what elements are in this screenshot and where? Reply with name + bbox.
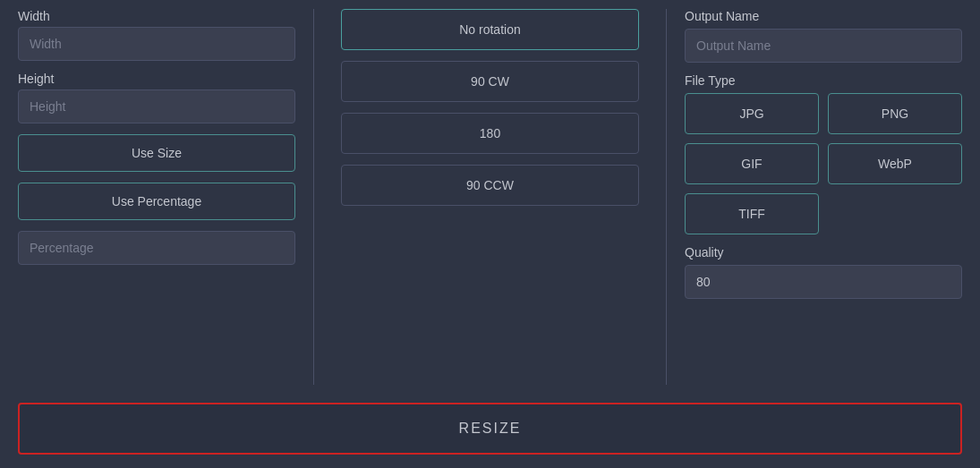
width-section: Width xyxy=(18,9,295,61)
left-column: Width Height Use Size Use Percentage xyxy=(18,9,295,385)
center-column: No rotation 90 CW 180 90 CCW xyxy=(313,9,667,385)
use-percentage-button[interactable]: Use Percentage xyxy=(18,183,295,220)
rotation-180-button[interactable]: 180 xyxy=(341,113,639,154)
output-name-label: Output Name xyxy=(685,9,962,23)
width-label: Width xyxy=(18,9,295,23)
height-label: Height xyxy=(18,72,295,86)
quality-label: Quality xyxy=(685,245,962,260)
rotation-90ccw-button[interactable]: 90 CCW xyxy=(341,165,639,206)
width-input[interactable] xyxy=(18,27,295,61)
file-type-webp-button[interactable]: WebP xyxy=(828,143,962,184)
quality-section: Quality xyxy=(685,245,962,299)
file-type-grid: JPG PNG GIF WebP TIFF xyxy=(685,93,962,234)
right-column: Output Name File Type JPG PNG GIF WebP T… xyxy=(685,9,962,385)
file-type-section: File Type JPG PNG GIF WebP TIFF xyxy=(685,73,962,234)
file-type-png-button[interactable]: PNG xyxy=(828,93,962,134)
file-type-gif-button[interactable]: GIF xyxy=(685,143,819,184)
height-input[interactable] xyxy=(18,89,295,123)
quality-input[interactable] xyxy=(685,265,962,299)
use-size-button[interactable]: Use Size xyxy=(18,134,295,172)
output-name-section: Output Name xyxy=(685,9,962,63)
rotation-90cw-button[interactable]: 90 CW xyxy=(341,61,639,102)
percentage-input[interactable] xyxy=(18,231,295,265)
resize-bar-container: RESIZE xyxy=(0,394,980,468)
output-name-input[interactable] xyxy=(685,29,962,63)
resize-button[interactable]: RESIZE xyxy=(18,403,962,455)
file-type-tiff-button[interactable]: TIFF xyxy=(685,193,819,234)
file-type-label: File Type xyxy=(685,73,962,88)
file-type-jpg-button[interactable]: JPG xyxy=(685,93,819,134)
height-section: Height xyxy=(18,72,295,123)
rotation-no-rotation-button[interactable]: No rotation xyxy=(341,9,639,50)
